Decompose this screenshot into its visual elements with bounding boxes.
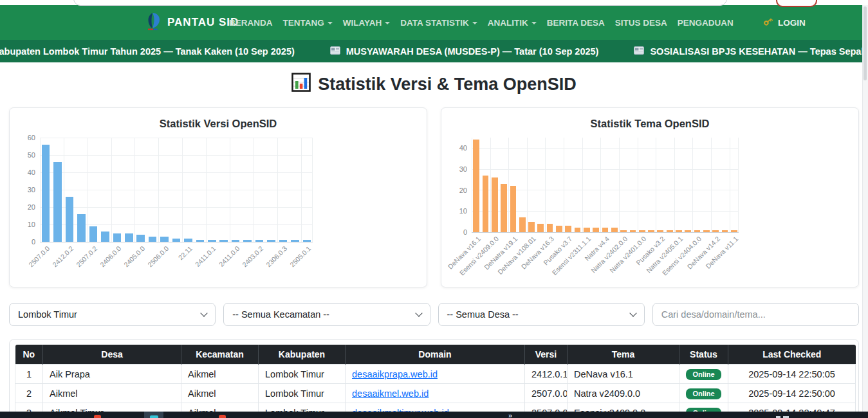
kabupaten-select[interactable]: Lombok Timur — [9, 303, 216, 326]
nav-item-analitik[interactable]: ANALITIK — [488, 18, 537, 28]
chart-bar — [620, 230, 627, 232]
browser-extension-pill[interactable] — [776, 0, 817, 7]
chart-tema-opensid: 010203040 DeNava v16.1Esensi v2409.0.0De… — [450, 138, 849, 287]
nav-item-tentang[interactable]: TENTANG — [283, 18, 333, 28]
taskbar-app-icon[interactable] — [94, 415, 101, 418]
y-tick-label: 20 — [459, 186, 467, 194]
nav-item-label: ANALITIK — [488, 18, 528, 28]
address-bar[interactable] — [73, 0, 727, 6]
app-logo-icon — [144, 12, 161, 33]
chart-bar — [136, 235, 145, 242]
chart-bar — [303, 240, 311, 242]
chart-bar — [657, 230, 663, 232]
kabupaten-select-value: Lombok Timur — [18, 309, 77, 320]
chart-bar — [722, 230, 728, 232]
chart-bar — [89, 226, 98, 242]
scrollbar-thumb[interactable] — [863, 6, 867, 80]
chart-bar — [501, 184, 507, 232]
chart-bar — [483, 176, 489, 232]
bar-chart-icon — [291, 73, 311, 96]
x-tick-label: 2506.0.0 — [146, 244, 170, 268]
brand[interactable]: PANTAU SID — [144, 5, 239, 40]
ticker-item: Kabupaten Lombok Timur Tahun 2025 — Tana… — [0, 46, 295, 57]
chart-bar — [630, 230, 636, 232]
chart-bar — [712, 230, 719, 232]
chart-bar — [243, 240, 252, 242]
x-tick-label: 2411.0.1 — [194, 244, 217, 268]
column-header-desa: Desa — [43, 345, 181, 365]
chart-bar — [473, 140, 479, 232]
ticker-item: MUSYAWARAH DESA (MUSDES-P) — Tatar (10 S… — [330, 46, 599, 57]
plot-area-versi — [40, 138, 313, 242]
taskbar-overflow-chevron-icon[interactable]: » — [508, 412, 512, 418]
navbar: PANTAU SID BERANDATENTANGWILAYAHDATA STA… — [0, 5, 868, 40]
login-button[interactable]: LOGIN — [762, 5, 806, 40]
chart-bar — [731, 230, 737, 232]
chart-bar — [611, 228, 618, 232]
kecamatan-select[interactable]: -- Semua Kecamatan -- — [223, 303, 430, 326]
plot-area-tema — [472, 138, 739, 233]
nav-item-pengaduan[interactable]: PENGADUAN — [678, 18, 734, 28]
y-tick-label: 50 — [28, 151, 35, 159]
y-tick-label: 40 — [459, 144, 467, 152]
x-tick-label: 2411.0.0 — [217, 244, 241, 268]
cell-kecamatan: Aikmel — [181, 384, 259, 403]
y-tick-label: 30 — [28, 186, 35, 194]
chart-bar — [492, 177, 498, 232]
y-tick-label: 10 — [28, 221, 35, 228]
desa-table-card: NoDesaKecamatanKabupatenDomainVersiTemaS… — [9, 339, 859, 418]
desa-select[interactable]: -- Semua Desa -- — [438, 303, 645, 326]
chart-bar — [66, 197, 74, 242]
ticker-track: Kabupaten Lombok Timur Tahun 2025 — Tana… — [0, 46, 868, 57]
x-axis-tema: DeNava v16.1Esensi v2409.0.0DeNatra v19.… — [472, 233, 739, 287]
cell-desa: Aik Prapa — [43, 365, 181, 384]
nav-item-data-statistik[interactable]: DATA STATISTIK — [400, 18, 477, 28]
chart-bar — [219, 240, 228, 242]
domain-link[interactable]: desaaikmel.web.id — [352, 388, 429, 399]
taskbar-app-icon[interactable] — [219, 415, 226, 418]
table-body: 1Aik PrapaAikmelLombok Timurdesaaikprapa… — [15, 365, 856, 418]
taskbar-app-icon[interactable] — [150, 415, 158, 418]
table-header-row: NoDesaKecamatanKabupatenDomainVersiTemaS… — [15, 345, 856, 365]
column-header-last-checked: Last Checked — [728, 345, 856, 365]
chart-bar — [196, 240, 205, 242]
x-tick-label: 2505.0.1 — [288, 244, 312, 268]
search-input[interactable] — [652, 303, 859, 326]
nav-item-situs-desa[interactable]: SITUS DESA — [615, 18, 667, 28]
x-tick-label: 2412.0.2 — [51, 244, 75, 268]
chart-bar — [537, 224, 544, 232]
table-row: 2AikmelAikmelLombok Timurdesaaikmel.web.… — [15, 384, 856, 403]
nav-item-beranda[interactable]: BERANDA — [229, 18, 273, 28]
chart-bar — [510, 186, 517, 232]
chevron-down-icon — [629, 309, 636, 316]
x-tick-label: 2405.0.0 — [122, 244, 146, 268]
chart-bar — [113, 233, 122, 242]
chart-title-versi: Statistik Versi OpenSID — [19, 118, 418, 130]
domain-link[interactable]: desaaikprapa.web.id — [352, 369, 438, 379]
chevron-down-icon — [531, 22, 537, 24]
card-statistik-versi: Statistik Versi OpenSID 0102030405060 25… — [9, 107, 427, 287]
ticker-item-text: Kabupaten Lombok Timur Tahun 2025 — Tana… — [0, 46, 295, 57]
chevron-down-icon — [472, 22, 477, 24]
column-header-kabupaten: Kabupaten — [259, 345, 346, 365]
cell-status: Online — [679, 365, 728, 384]
chart-bar — [575, 228, 581, 232]
x-tick-label: 22.11 — [176, 244, 194, 262]
x-axis-versi: 2507.0.02412.0.22507.0.22406.0.02405.0.0… — [40, 242, 313, 278]
page-scrollbar[interactable] — [862, 5, 868, 412]
nav-item-wilayah[interactable]: WILAYAH — [343, 18, 391, 28]
cell-tema: DeNava v16.1 — [568, 365, 679, 384]
news-ticker[interactable]: Kabupaten Lombok Timur Tahun 2025 — Tana… — [0, 40, 868, 62]
browser-chrome-strip — [0, 0, 868, 5]
chart-bar — [149, 237, 157, 242]
y-tick-label: 0 — [463, 228, 467, 236]
desa-table: NoDesaKecamatanKabupatenDomainVersiTemaS… — [15, 345, 856, 418]
y-tick-label: 30 — [459, 165, 467, 173]
chart-bar — [547, 224, 553, 232]
nav-item-berita-desa[interactable]: BERITA DESA — [547, 18, 605, 28]
cell-no: 1 — [15, 365, 43, 384]
chart-versi-opensid: 0102030405060 2507.0.02412.0.22507.0.224… — [19, 138, 418, 278]
brand-name: PANTAU SID — [167, 16, 239, 29]
chart-bar — [519, 217, 526, 232]
status-badge: Online — [686, 388, 721, 399]
